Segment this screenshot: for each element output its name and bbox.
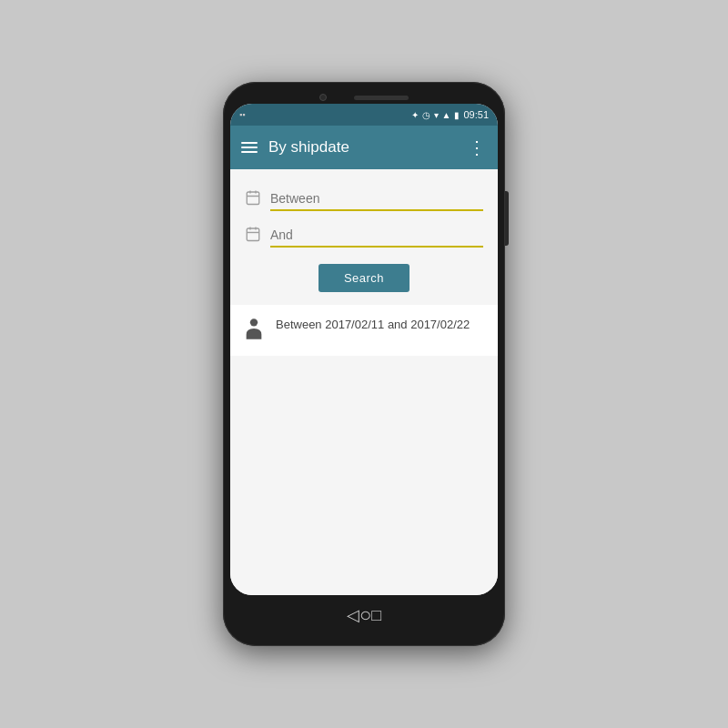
search-button-wrap: Search [245, 264, 483, 292]
hamburger-menu-button[interactable] [241, 142, 258, 153]
time-display: 09:51 [463, 109, 489, 120]
more-options-button[interactable]: ⋮ [468, 138, 487, 157]
back-button[interactable]: ◁ [347, 605, 359, 625]
person-icon [245, 318, 263, 345]
toolbar-title: By shipdate [268, 138, 457, 157]
between-input[interactable] [270, 187, 483, 209]
phone-screen: ▪▪ ✦ ◷ ▾ ▲ ▮ 09:51 By shipdate ⋮ [230, 104, 498, 595]
recents-button[interactable]: □ [371, 606, 381, 625]
status-bar: ▪▪ ✦ ◷ ▾ ▲ ▮ 09:51 [230, 104, 498, 126]
signal-icon: ▲ [442, 110, 451, 120]
status-left-icons: ▪▪ [239, 110, 245, 119]
home-button[interactable]: ○ [359, 603, 371, 627]
notification-icon: ▪▪ [239, 110, 245, 119]
bluetooth-icon: ✦ [411, 110, 419, 120]
battery-icon: ▮ [454, 110, 460, 120]
wifi-icon: ▾ [434, 110, 439, 120]
svg-point-8 [250, 318, 258, 326]
svg-rect-0 [247, 192, 259, 205]
calendar-icon-and [245, 226, 261, 247]
main-content: Search Between 2017/02/11 and 2017/02/22 [230, 169, 498, 595]
and-input-wrap [270, 224, 483, 248]
between-input-row [245, 187, 483, 211]
phone-frame: ▪▪ ✦ ◷ ▾ ▲ ▮ 09:51 By shipdate ⋮ [223, 82, 505, 646]
speaker-grille [354, 96, 409, 100]
and-input-row [245, 224, 483, 248]
front-camera [319, 94, 327, 101]
alarm-icon: ◷ [422, 110, 430, 120]
calendar-icon-between [245, 189, 261, 210]
and-input[interactable] [270, 224, 483, 246]
search-button[interactable]: Search [318, 264, 410, 292]
toolbar: By shipdate ⋮ [230, 126, 498, 169]
result-item[interactable]: Between 2017/02/11 and 2017/02/22 [230, 305, 498, 356]
svg-rect-4 [247, 228, 259, 241]
status-right-icons: ✦ ◷ ▾ ▲ ▮ 09:51 [411, 109, 489, 120]
top-notch [230, 93, 498, 102]
between-input-wrap [270, 187, 483, 211]
nav-bar: ◁ ○ □ [329, 595, 399, 635]
result-text: Between 2017/02/11 and 2017/02/22 [276, 316, 470, 334]
